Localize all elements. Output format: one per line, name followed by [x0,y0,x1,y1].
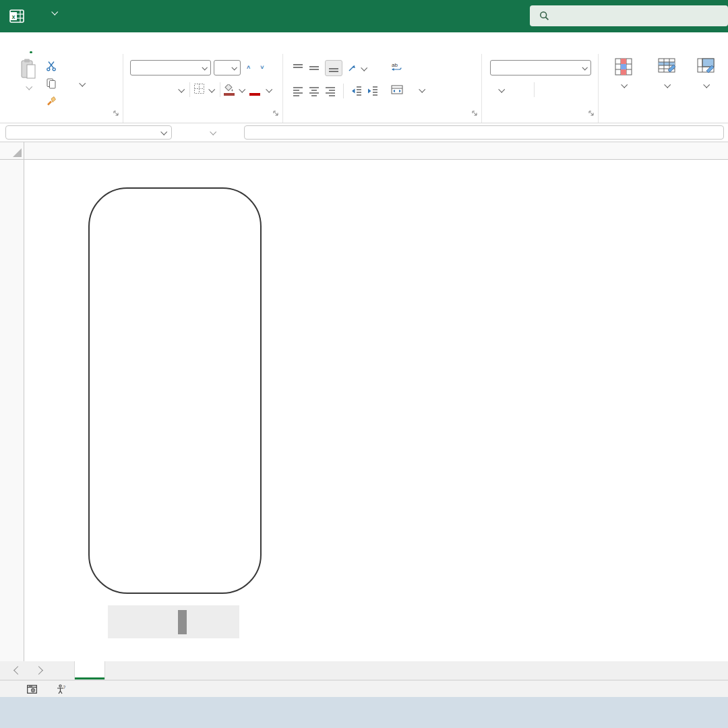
select-all-corner[interactable] [0,142,24,159]
wrap-text-button[interactable]: ab [391,62,408,72]
alignment-dialog-launcher[interactable] [471,109,478,119]
thermometer-chart[interactable] [88,187,262,594]
svg-text:ab: ab [392,62,398,68]
fx-chevron-icon[interactable] [210,129,216,135]
font-color-button[interactable] [249,84,261,96]
grow-font-button[interactable]: ˄ [246,61,250,71]
chart-plot [88,187,262,594]
tab-home[interactable] [22,32,40,54]
group-styles [599,54,728,123]
tab-insert[interactable] [40,32,59,54]
tab-page-layout[interactable] [59,32,78,54]
svg-text:?: ? [63,685,66,690]
name-box[interactable] [5,125,172,140]
format-as-table-button[interactable] [647,58,686,90]
search-input[interactable] [530,5,728,26]
prev-sheet-icon[interactable] [13,666,22,675]
merge-center-chevron-icon[interactable] [419,86,425,92]
accessibility-icon[interactable]: ? [56,684,66,694]
ribbon: ˄ ˅ [0,54,728,123]
orientation-chevron-icon[interactable] [361,64,367,71]
borders-icon [193,83,205,94]
conditional-formatting-chevron-icon [621,82,628,88]
clipboard-dialog-launcher[interactable] [113,109,119,119]
excel-window: x [0,0,728,728]
title-bar: x [0,0,728,32]
shrink-font-button[interactable]: ˅ [260,61,264,71]
tab-draw[interactable] [135,32,154,54]
format-as-table-chevron-icon [664,82,671,88]
fill-color-chevron-icon[interactable] [239,86,245,92]
cell-styles-button[interactable] [689,58,723,90]
align-middle-icon[interactable] [309,63,320,73]
desktop-background [0,697,728,728]
underline-chevron-icon[interactable] [178,86,185,92]
format-painter-icon [46,96,57,107]
paste-button[interactable] [12,58,44,92]
format-as-table-icon [657,58,676,75]
orientation-button[interactable] [348,64,356,72]
tab-automate[interactable] [191,32,210,54]
tab-file[interactable] [0,32,22,54]
format-painter-button[interactable] [46,96,61,107]
fill-color-button[interactable] [224,84,235,96]
row-headers [0,160,24,661]
sheet-canvas[interactable] [24,160,728,661]
merge-center-button[interactable] [391,85,424,94]
fill-bucket-icon [224,84,234,92]
group-number [482,54,599,123]
font-dialog-launcher[interactable] [272,109,279,119]
decrease-indent-icon[interactable] [351,86,362,96]
macro-record-icon[interactable] [27,685,37,694]
chevron-down-icon[interactable] [51,9,58,16]
sheet-tab-bar [0,661,728,680]
wrap-text-icon: ab [391,62,403,72]
tab-acrobat[interactable] [229,32,248,54]
add-sheet-button[interactable] [105,661,164,679]
align-center-icon[interactable] [309,86,320,96]
align-right-icon[interactable] [325,86,336,96]
conditional-formatting-button[interactable] [603,58,644,90]
status-bar: ? [0,680,728,697]
group-clipboard [0,54,123,123]
formula-input[interactable] [244,125,724,140]
align-top-icon[interactable] [293,63,303,73]
scrollbar-thumb[interactable] [178,610,187,634]
window-title[interactable] [38,10,57,15]
sheet-tab-thermometer[interactable] [74,661,105,679]
paste-chevron-icon[interactable] [26,84,32,90]
column-headers [0,142,728,160]
chart-value-scrollbar[interactable] [108,605,239,638]
ribbon-tab-strip [0,32,728,54]
scissors-icon [46,61,57,71]
group-alignment: ab [283,54,482,123]
tab-data[interactable] [116,32,135,54]
increase-indent-icon[interactable] [367,86,378,96]
number-format-select[interactable] [490,60,591,75]
number-dialog-launcher[interactable] [588,109,595,119]
excel-logo-icon[interactable]: x [9,9,24,26]
tab-formulas[interactable] [78,32,97,54]
merge-center-icon [391,85,403,94]
borders-button[interactable] [193,83,205,96]
tab-help[interactable] [210,32,229,54]
copy-button[interactable] [46,78,84,89]
font-name-select[interactable] [130,60,211,75]
orientation-arrow-icon [348,64,356,72]
font-color-chevron-icon[interactable] [266,86,272,92]
borders-chevron-icon[interactable] [208,86,215,92]
tab-view[interactable] [173,32,191,54]
font-size-select[interactable] [214,60,241,75]
next-sheet-icon[interactable] [34,666,43,675]
tab-developer[interactable] [97,32,116,54]
copy-chevron-icon[interactable] [79,80,86,86]
align-left-icon[interactable] [293,86,303,96]
accounting-chevron-icon[interactable] [498,86,505,92]
cut-button[interactable] [46,61,61,71]
paste-clipboard-icon [20,58,37,80]
name-box-chevron-icon [160,129,167,135]
tab-review[interactable] [154,32,173,54]
align-bottom-icon [328,63,339,73]
font-color-bar [249,93,260,96]
align-bottom-button-selected[interactable] [325,60,342,76]
